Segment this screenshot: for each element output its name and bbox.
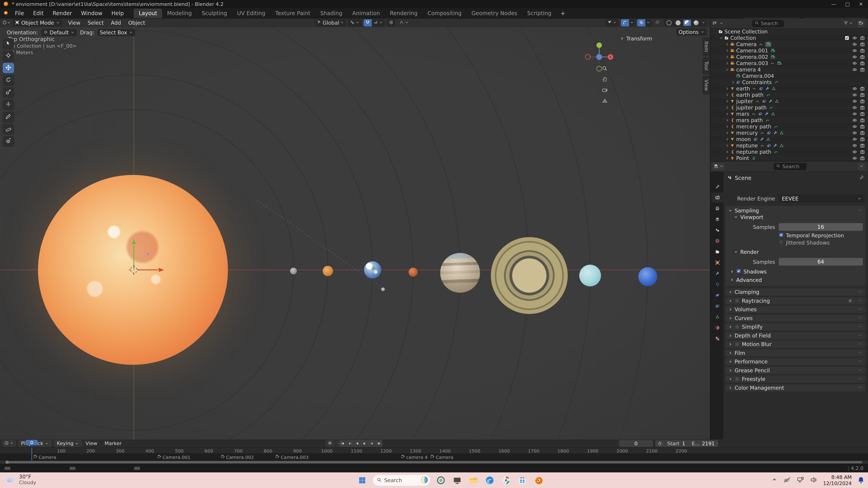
splitter-handle[interactable]: [134, 467, 140, 470]
chevron-right-icon[interactable]: [724, 112, 730, 116]
show-overlays-toggle[interactable]: [637, 19, 645, 27]
outliner-row-earth-path[interactable]: earth path: [710, 92, 868, 98]
render-samples-field[interactable]: 64: [779, 258, 863, 266]
chevron-right-icon[interactable]: [724, 118, 730, 122]
splitter-handle[interactable]: [4, 467, 10, 470]
properties-tab-scene[interactable]: [711, 225, 723, 235]
jump-to-end-button[interactable]: [375, 440, 382, 447]
checkbox-unchecked-icon[interactable]: [735, 377, 740, 382]
workspace-tab-scripting[interactable]: Scripting: [522, 9, 556, 18]
playhead[interactable]: 0: [26, 440, 38, 445]
workspace-tab-modeling[interactable]: Modeling: [162, 9, 197, 18]
panel-grip-icon[interactable]: [858, 376, 863, 382]
properties-tab-tool[interactable]: [711, 182, 723, 192]
overlays-dropdown[interactable]: [645, 19, 651, 27]
panel-depth-of-field[interactable]: Depth of Field: [725, 332, 866, 339]
viewport-menu-object[interactable]: Object: [125, 20, 149, 26]
disable-render-camera-icon[interactable]: [860, 130, 865, 135]
viewport-menu-select[interactable]: Select: [84, 20, 107, 26]
panel-grease-pencil[interactable]: Grease Pencil: [725, 367, 866, 374]
outliner-row-camera-002[interactable]: Camera.002: [710, 54, 868, 60]
chevron-right-icon[interactable]: [724, 150, 730, 154]
outliner-search-input[interactable]: Search: [752, 20, 784, 27]
outliner-row-earth[interactable]: earth: [710, 86, 868, 92]
chevron-right-icon[interactable]: [724, 99, 730, 103]
sampling-render-header[interactable]: Render: [734, 249, 759, 255]
panel-grip-icon[interactable]: [858, 208, 863, 214]
outliner-row-camera-001[interactable]: Camera.001: [710, 47, 868, 54]
timeline-marker-camera-003[interactable]: Camera.003: [275, 454, 308, 460]
tool-select-box-button[interactable]: [3, 38, 14, 49]
sidebar-tab-item[interactable]: Item: [703, 37, 710, 56]
timeline-menu-view[interactable]: View: [82, 441, 101, 446]
onedrive-icon[interactable]: [783, 477, 791, 484]
panel-grip-icon[interactable]: [858, 298, 863, 304]
disable-render-camera-icon[interactable]: [860, 92, 865, 97]
workspace-tab-texture-paint[interactable]: Texture Paint: [271, 9, 315, 18]
checkbox-unchecked-icon[interactable]: [735, 298, 740, 303]
timeline-marker-lane[interactable]: CameraCamera.001Camera.002Camera.003came…: [0, 453, 868, 461]
temporal-reprojection-row[interactable]: Temporal Reprojection: [779, 232, 844, 238]
outliner-row-jupiter[interactable]: jupiter: [710, 98, 868, 104]
start-button[interactable]: [356, 475, 368, 486]
panel-raytracing[interactable]: Raytracing: [725, 297, 866, 305]
close-button[interactable]: ✕: [859, 1, 863, 7]
taskbar-app-chrome[interactable]: [500, 475, 512, 486]
disable-render-camera-icon[interactable]: [860, 67, 865, 72]
disable-render-camera-icon[interactable]: [860, 118, 865, 123]
timeline-marker-camera[interactable]: Camera: [430, 454, 454, 460]
disable-render-camera-icon[interactable]: [860, 150, 865, 154]
panel-grip-icon[interactable]: [858, 350, 863, 356]
render-engine-dropdown[interactable]: EEVEE: [779, 194, 865, 203]
taskbar-search-input[interactable]: Search: [373, 475, 431, 486]
options-button[interactable]: Options: [676, 29, 707, 36]
splitter-handle[interactable]: [70, 467, 75, 470]
pivot-point-selector[interactable]: [348, 19, 361, 27]
auto-keying-toggle[interactable]: [326, 440, 334, 447]
chevron-down-icon[interactable]: [718, 36, 724, 40]
hide-viewport-eye-icon[interactable]: [852, 137, 857, 142]
start-frame-value[interactable]: 1: [682, 441, 690, 447]
panel-freestyle[interactable]: Freestyle: [725, 375, 866, 383]
properties-tab-particles[interactable]: [711, 280, 723, 289]
timeline-marker-camera-4[interactable]: camera 4: [401, 454, 428, 460]
navigation-gizmo[interactable]: X: [583, 41, 615, 73]
panel-volumes[interactable]: Volumes: [725, 305, 866, 313]
workspace-tab-compositing[interactable]: Compositing: [423, 9, 466, 18]
hide-viewport-eye-icon[interactable]: [852, 150, 857, 154]
timeline-keying-dropdown[interactable]: Keying: [54, 440, 82, 447]
hide-viewport-eye-icon[interactable]: [852, 105, 857, 110]
disable-render-camera-icon[interactable]: [860, 99, 865, 104]
camera-view-icon[interactable]: [602, 87, 608, 94]
disable-render-camera-icon[interactable]: [860, 35, 865, 40]
tool-annotate-button[interactable]: [3, 112, 14, 122]
hide-viewport-eye-icon[interactable]: [852, 156, 857, 161]
properties-tab-collection[interactable]: [711, 247, 723, 257]
properties-tab-world[interactable]: [711, 236, 723, 246]
chevron-down-icon[interactable]: [724, 68, 730, 72]
disable-render-camera-icon[interactable]: [860, 105, 865, 110]
weather-widget[interactable]: 30°F Cloudy: [6, 474, 36, 485]
hide-viewport-eye-icon[interactable]: [852, 124, 857, 129]
outliner-row-camera-003[interactable]: Camera.003: [710, 60, 868, 66]
hide-viewport-eye-icon[interactable]: [852, 118, 857, 123]
outliner-row-moon[interactable]: moon: [710, 136, 868, 142]
disable-render-camera-icon[interactable]: [860, 143, 865, 148]
properties-tab-physics[interactable]: [711, 290, 723, 300]
panel-color-management[interactable]: Color Management: [725, 384, 866, 392]
volume-icon[interactable]: [810, 477, 817, 484]
falloff-selector[interactable]: [398, 19, 411, 27]
clock-widget[interactable]: 8:48 AM 12/10/2024: [823, 474, 852, 486]
gizmo-dropdown[interactable]: [629, 19, 635, 27]
app-menu-icon[interactable]: [3, 10, 8, 17]
chevron-right-icon[interactable]: [724, 156, 730, 160]
outliner-row-mars[interactable]: mars: [710, 111, 868, 117]
editor-type-icon[interactable]: [2, 20, 11, 26]
checkbox-icon[interactable]: [844, 35, 849, 40]
timeline-marker-camera-001[interactable]: Camera.001: [157, 454, 190, 460]
notification-bell-icon[interactable]: [858, 476, 864, 484]
properties-tab-object-data[interactable]: [711, 312, 723, 322]
chevron-right-icon[interactable]: [724, 61, 730, 65]
shading-wireframe-button[interactable]: [665, 20, 673, 26]
panel-clamping[interactable]: Clamping: [725, 288, 866, 296]
